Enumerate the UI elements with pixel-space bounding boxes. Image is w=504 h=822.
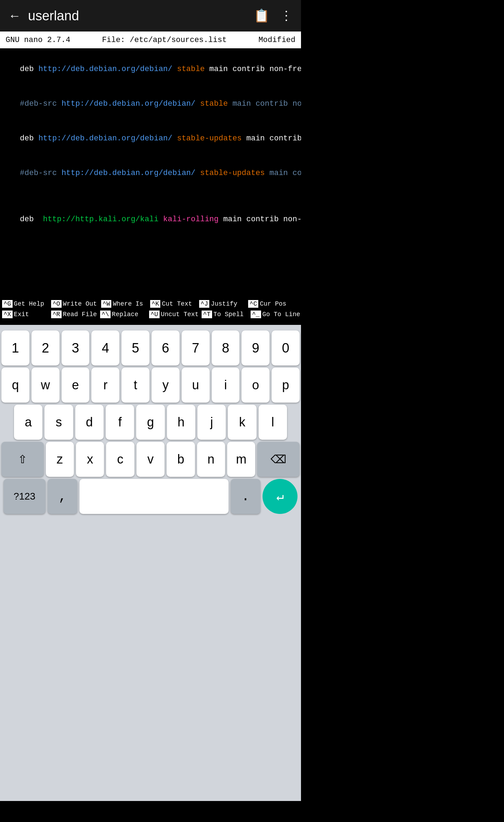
key-b[interactable]: b (167, 442, 195, 477)
key-r[interactable]: r (91, 368, 119, 403)
nano-version: GNU nano 2.7.4 (6, 36, 70, 44)
comma-key[interactable]: , (48, 479, 77, 514)
nano-label: Cur Pos (260, 300, 286, 307)
keyboard-row-3: ⇧ z x c v b n m ⌫ (0, 442, 301, 477)
spacebar[interactable] (79, 479, 229, 514)
nano-row-1: ^G Get Help ^O Write Out ^W Where Is ^K … (0, 299, 301, 309)
nano-label: Read File (63, 311, 97, 318)
key-y[interactable]: y (152, 368, 180, 403)
line-part: http://deb.debian.org/debian/ (62, 99, 196, 108)
key-4[interactable]: 4 (91, 330, 119, 365)
key-a[interactable]: a (14, 405, 42, 440)
nano-cmd-spell[interactable]: ^T To Spell (200, 310, 248, 319)
key-v[interactable]: v (136, 442, 164, 477)
key-w[interactable]: w (31, 368, 59, 403)
key-f[interactable]: f (106, 405, 134, 440)
backspace-key[interactable]: ⌫ (257, 442, 300, 477)
nano-key: ^U (149, 311, 160, 318)
line-part: http://deb.debian.org/debian/ (62, 169, 196, 177)
editor-line (1, 190, 300, 202)
nano-cmd-justify[interactable]: ^J Justify (197, 299, 246, 308)
key-6[interactable]: 6 (152, 330, 180, 365)
nano-key: ^C (248, 300, 259, 308)
keyboard-number-row: 1 2 3 4 5 6 7 8 9 0 (0, 330, 301, 365)
line-part: main contrib non-free (242, 134, 301, 143)
keyboard-row-1: q w e r t y u i o p (0, 368, 301, 403)
nano-cmd-curpos[interactable]: ^C Cur Pos (246, 299, 295, 308)
editor-line: #deb-src http://deb.debian.org/debian/ s… (1, 156, 300, 190)
key-9[interactable]: 9 (241, 330, 270, 365)
key-n[interactable]: n (197, 442, 225, 477)
nano-cmd-replace[interactable]: ^\ Replace (98, 310, 147, 319)
shift-key[interactable]: ⇧ (1, 442, 44, 477)
nano-label: Exit (14, 311, 29, 318)
nano-key: ^W (101, 300, 112, 308)
key-g[interactable]: g (136, 405, 164, 440)
menu-button[interactable]: ⋮ (280, 9, 293, 22)
nano-cmd-goto[interactable]: ^_ Go To Line (248, 310, 301, 319)
period-key[interactable]: . (231, 479, 260, 514)
nano-label: Replace (112, 311, 139, 318)
keyboard: 1 2 3 4 5 6 7 8 9 0 q w e r t y u i o p … (0, 325, 301, 801)
nano-cmd-help[interactable]: ^G Get Help (0, 299, 49, 308)
line-part: stable (196, 99, 228, 108)
key-s[interactable]: s (44, 405, 73, 440)
line-part: kali-rolling (159, 215, 219, 224)
nano-header: GNU nano 2.7.4 File: /etc/apt/sources.li… (0, 32, 301, 48)
editor[interactable]: deb http://deb.debian.org/debian/ stable… (0, 48, 301, 293)
key-z[interactable]: z (46, 442, 74, 477)
nano-label: Write Out (63, 300, 97, 307)
key-x[interactable]: x (76, 442, 104, 477)
key-7[interactable]: 7 (182, 330, 210, 365)
line-part: http://deb.debian.org/debian/ (38, 65, 173, 74)
nano-cmd-uncut[interactable]: ^U Uncut Text (147, 310, 200, 319)
key-l[interactable]: l (259, 405, 287, 440)
key-p[interactable]: p (272, 368, 300, 403)
keyboard-row-2: a s d f g h j k l (0, 405, 301, 440)
editor-line: deb http://deb.debian.org/debian/ stable… (1, 52, 300, 86)
key-h[interactable]: h (167, 405, 195, 440)
nano-cmd-cut[interactable]: ^K Cut Text (148, 299, 197, 308)
key-e[interactable]: e (62, 368, 90, 403)
key-i[interactable]: i (212, 368, 240, 403)
line-part: #deb-src (20, 99, 62, 108)
line-part: stable-updates (173, 134, 242, 143)
key-5[interactable]: 5 (121, 330, 149, 365)
key-u[interactable]: u (182, 368, 210, 403)
back-button[interactable]: ← (8, 9, 21, 22)
nano-key: ^\ (100, 311, 111, 318)
key-c[interactable]: c (106, 442, 134, 477)
nano-key: ^J (199, 300, 210, 308)
nano-label: Uncut Text (161, 311, 199, 318)
key-d[interactable]: d (75, 405, 104, 440)
app-title: userland (28, 8, 79, 23)
key-o[interactable]: o (241, 368, 270, 403)
line-part: main contrib non-free (205, 65, 301, 74)
nano-bottom-bar: ^G Get Help ^O Write Out ^W Where Is ^K … (0, 293, 301, 325)
key-q[interactable]: q (1, 368, 29, 403)
symbol-key[interactable]: ?123 (4, 479, 46, 514)
key-k[interactable]: k (228, 405, 256, 440)
clipboard-button[interactable]: 📋 (254, 9, 270, 22)
nano-key: ^R (51, 311, 62, 318)
nano-cmd-read[interactable]: ^R Read File (49, 310, 98, 319)
key-3[interactable]: 3 (62, 330, 90, 365)
app-bar-right: 📋 ⋮ (254, 9, 293, 22)
nano-cmd-exit[interactable]: ^X Exit (0, 310, 49, 319)
key-j[interactable]: j (197, 405, 226, 440)
nano-cmd-write[interactable]: ^O Write Out (49, 299, 99, 308)
nano-label: Cut Text (162, 300, 192, 307)
key-2[interactable]: 2 (31, 330, 59, 365)
nano-cmd-where[interactable]: ^W Where Is (99, 299, 148, 308)
key-8[interactable]: 8 (212, 330, 240, 365)
key-m[interactable]: m (227, 442, 255, 477)
line-part: main contrib non-free (228, 99, 301, 108)
nano-label: To Spell (214, 311, 244, 318)
nano-key: ^T (202, 311, 212, 318)
key-1[interactable]: 1 (1, 330, 29, 365)
line-part: http://http.kali.org/kali (43, 215, 159, 224)
key-t[interactable]: t (121, 368, 149, 403)
enter-key[interactable]: ↵ (262, 479, 298, 514)
key-0[interactable]: 0 (272, 330, 300, 365)
nano-key: ^_ (251, 311, 261, 318)
